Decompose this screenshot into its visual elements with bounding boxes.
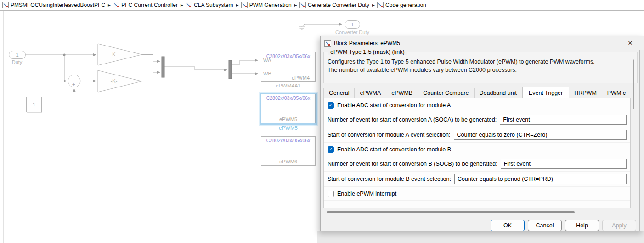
epwm-interrupt-checkbox[interactable] <box>328 191 334 197</box>
vertical-scrollbar[interactable] <box>633 59 634 109</box>
epwm-interrupt-label: Enable ePWM interrupt <box>337 191 396 197</box>
breadcrumb-label: PFC Current Controller <box>121 2 178 8</box>
breadcrumb-item-cla-subsystem[interactable]: CLA Subsystem <box>186 2 233 8</box>
dialog-edge-scrollbar-track[interactable] <box>639 50 644 231</box>
soca-event-dropdown[interactable]: Counter equals to zero (CTR=Zero) <box>454 130 627 140</box>
breadcrumb-separator-icon: ▶ <box>294 3 297 7</box>
gain-block-label: -K- <box>102 78 125 84</box>
breadcrumb-label: PWM Generation <box>249 2 292 8</box>
epwm6-name: ePWM6 <box>261 159 315 164</box>
breadcrumb-label: PMSMFOCUsingInterleavedBoostPFC <box>11 2 105 8</box>
dialog-title: Block Parameters: ePWM5 <box>334 40 400 46</box>
tab-deadband-unit[interactable]: Deadband unit <box>475 88 522 98</box>
field-row: Enable ePWM interrupt <box>324 187 630 201</box>
constant-block[interactable]: 1 <box>26 97 42 112</box>
breadcrumb-separator-icon: ▶ <box>181 3 183 7</box>
epwm6-chip-text: C2802x/03x/05x/06x <box>261 138 315 143</box>
sum-plus-sign: + <box>72 81 75 87</box>
epwm5-name: ePWM5 <box>261 116 315 122</box>
tab-counter-compare[interactable]: Counter Compare <box>418 88 474 98</box>
tab-hrpwm[interactable]: HRPWM <box>569 88 602 98</box>
block-parameters-dialog: Block Parameters: ePWM5 ✕ ePWM Type 1-5 … <box>320 36 644 231</box>
mask-description-group: ePWM Type 1-5 (mask) (link) Configures t… <box>323 52 638 83</box>
field-row: Start of conversion for module B event s… <box>324 172 630 187</box>
epwm4-port-wb: WB <box>263 71 271 76</box>
cancel-button[interactable]: Cancel <box>528 220 562 231</box>
field-row: Number of event for start of conversion … <box>324 112 630 127</box>
check-icon: ✓ <box>329 103 333 108</box>
mask-description-line2: The number of available ePWM modules var… <box>328 66 633 74</box>
subsystem-icon <box>113 2 119 8</box>
help-button[interactable]: Help <box>565 220 599 231</box>
socb-event-value: Counter equals to period (CTR=PRD) <box>458 176 553 182</box>
soca-enable-checkbox[interactable]: ✓ <box>328 102 334 109</box>
epwm4-block-label: ePWM4A1 <box>261 83 316 88</box>
gain-block-label: -K- <box>102 52 125 57</box>
subsystem-icon <box>186 2 192 8</box>
breadcrumb-separator-icon: ▶ <box>108 3 111 7</box>
mask-group-title: ePWM Type 1-5 (mask) (link) <box>328 49 407 55</box>
soca-event-value: Counter equals to zero (CTR=Zero) <box>457 132 548 138</box>
breadcrumb-item-model[interactable]: PMSMFOCUsingInterleavedBoostPFC <box>2 2 105 8</box>
epwm5-block-label: ePWM5 <box>261 125 316 131</box>
apply-button[interactable]: Apply <box>602 220 636 231</box>
tab-event-trigger[interactable]: Event Trigger <box>522 87 569 98</box>
socb-event-label: Start of conversion for module B event s… <box>328 176 451 182</box>
breadcrumb: PMSMFOCUsingInterleavedBoostPFC ▶ PFC Cu… <box>0 0 644 11</box>
soca-count-dropdown[interactable]: First event <box>500 115 627 125</box>
breadcrumb-label: Code generation <box>385 2 426 8</box>
epwm5-block[interactable]: C2802x/03x/05x/06x ePWM5 <box>261 94 316 123</box>
tab-pwm-chopper[interactable]: PWM c <box>602 88 631 98</box>
subsystem-icon <box>377 2 384 8</box>
field-row: Start of conversion for module A event s… <box>324 127 630 143</box>
breadcrumb-label: CLA Subsystem <box>194 2 233 8</box>
inport-block-duty[interactable]: 1 <box>9 51 26 59</box>
breadcrumb-separator-icon: ▶ <box>372 3 375 7</box>
block-parameters-icon <box>324 40 331 47</box>
inport-label: Duty <box>6 59 28 65</box>
tab-content-panel: ✓ Enable ADC start of conversion for mod… <box>323 98 631 208</box>
epwm4-port-wa: WA <box>263 58 271 63</box>
breadcrumb-label: Generate Converter Duty <box>308 2 369 8</box>
parameter-tabs: General ePWMA ePWMB Counter Compare Dead… <box>323 87 638 98</box>
breadcrumb-item-pfc-current-controller[interactable]: PFC Current Controller <box>113 2 178 8</box>
soca-count-value: First event <box>503 116 530 123</box>
tab-general[interactable]: General <box>323 88 355 98</box>
socb-count-value: First event <box>504 161 531 167</box>
soca-enable-label: Enable ADC start of conversion for modul… <box>337 102 451 109</box>
field-row: ✓ Enable ADC start of conversion for mod… <box>324 98 630 112</box>
check-icon: ✓ <box>329 147 333 152</box>
field-row: Number of event for start of conversion … <box>324 156 630 172</box>
subsystem-icon <box>299 2 306 8</box>
socb-count-dropdown[interactable]: First event <box>501 159 627 169</box>
socb-enable-checkbox[interactable]: ✓ <box>328 146 334 153</box>
epwm4-block[interactable]: C2802x/03x/05x/06x WA WB ePWM4 <box>261 52 316 82</box>
breadcrumb-item-generate-converter-duty[interactable]: Generate Converter Duty <box>299 2 369 8</box>
ok-button[interactable]: OK <box>491 220 525 231</box>
epwm6-block[interactable]: C2802x/03x/05x/06x ePWM6 <box>261 136 316 166</box>
outport-label: Converter Duty <box>329 29 376 35</box>
epwm4-name: ePWM4 <box>292 75 310 81</box>
socb-enable-label: Enable ADC start of conversion for modul… <box>337 146 451 153</box>
breadcrumb-item-code-generation[interactable]: Code generation <box>377 2 426 8</box>
sum-minus-sign: − <box>68 76 71 81</box>
socb-count-label: Number of event for start of conversion … <box>328 161 497 167</box>
epwm5-chip-text: C2802x/03x/05x/06x <box>261 95 315 101</box>
field-row: ✓ Enable ADC start of conversion for mod… <box>324 143 630 156</box>
tab-epwmb[interactable]: ePWMB <box>386 88 418 98</box>
breadcrumb-item-pwm-generation[interactable]: PWM Generation <box>241 2 292 8</box>
mask-description-line1: Configures the Type 1 to Type 5 enhanced… <box>328 58 633 66</box>
outport-block-converter-duty[interactable]: 1 <box>345 20 360 29</box>
breadcrumb-separator-icon: ▶ <box>236 3 238 7</box>
soca-count-label: Number of event for start of conversion … <box>328 116 497 123</box>
subsystem-icon <box>241 2 248 8</box>
soca-event-label: Start of conversion for module A event s… <box>328 132 451 138</box>
horizontal-scrollbar[interactable] <box>327 211 575 213</box>
canvas-edge <box>3 11 4 243</box>
window-background <box>317 231 644 243</box>
close-icon[interactable]: ✕ <box>627 40 634 47</box>
subsystem-icon <box>2 2 9 8</box>
socb-event-dropdown[interactable]: Counter equals to period (CTR=PRD) <box>454 174 627 184</box>
dialog-titlebar[interactable]: Block Parameters: ePWM5 ✕ <box>321 36 644 50</box>
tab-epwma[interactable]: ePWMA <box>355 88 386 98</box>
